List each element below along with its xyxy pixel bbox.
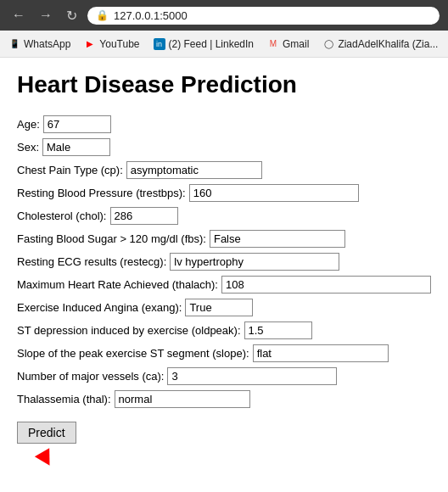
oldpeak-label: ST depression induced by exercise (oldpe… [17, 324, 241, 337]
resting-bp-label: Resting Blood Pressure (trestbps): [17, 187, 186, 199]
predict-button[interactable]: Predict [17, 422, 76, 444]
back-button[interactable]: ← [8, 6, 29, 25]
ecg-input[interactable] [170, 253, 339, 271]
bookmark-linkedin-label: (2) Feed | LinkedIn [169, 38, 255, 50]
cholesterol-label: Cholesterol (chol): [17, 210, 107, 222]
browser-window: ← → ↻ 🔒 127.0.0.1:5000 📱 WhatsApp ▶ YouT… [0, 0, 448, 492]
url-text: 127.0.0.1:5000 [114, 9, 188, 22]
cholesterol-input[interactable] [110, 207, 178, 225]
ecg-label: Resting ECG results (restecg): [17, 255, 166, 268]
address-bar[interactable]: 🔒 127.0.0.1:5000 [87, 7, 440, 25]
thalach-input[interactable] [221, 276, 431, 294]
thalach-label: Maximum Heart Rate Achieved (thalach): [17, 278, 218, 291]
thal-row: Thalassemia (thal): [17, 390, 431, 408]
cholesterol-row: Cholesterol (chol): [17, 207, 431, 225]
oldpeak-input[interactable] [244, 321, 312, 339]
reload-button[interactable]: ↻ [63, 6, 81, 25]
age-label: Age: [17, 118, 40, 131]
chest-pain-label: Chest Pain Type (cp): [17, 164, 123, 176]
exang-label: Exercise Induced Angina (exang): [17, 301, 182, 314]
thal-label: Thalassemia (thal): [17, 393, 111, 405]
sex-input[interactable] [42, 138, 110, 156]
ca-row: Number of major vessels (ca): [17, 367, 431, 385]
youtube-icon: ▶ [84, 38, 96, 50]
bookmark-linkedin[interactable]: in (2) Feed | LinkedIn [154, 38, 255, 50]
exang-input[interactable] [185, 299, 253, 316]
bookmark-gmail-label: Gmail [283, 38, 309, 50]
chest-pain-input[interactable] [126, 161, 262, 179]
thal-input[interactable] [115, 390, 250, 408]
lock-icon: 🔒 [96, 9, 109, 21]
ecg-row: Resting ECG results (restecg): [17, 253, 431, 271]
resting-bp-row: Resting Blood Pressure (trestbps): [17, 184, 431, 202]
bookmark-whatsapp[interactable]: 📱 WhatsApp [8, 38, 70, 50]
chest-pain-row: Chest Pain Type (cp): [17, 161, 431, 179]
ca-input[interactable] [167, 367, 337, 385]
forward-button[interactable]: → [36, 6, 56, 25]
sex-label: Sex: [17, 141, 39, 154]
fbs-label: Fasting Blood Sugar > 120 mg/dl (fbs): [17, 232, 206, 245]
browser-chrome: ← → ↻ 🔒 127.0.0.1:5000 [0, 0, 448, 31]
thalach-row: Maximum Heart Rate Achieved (thalach): [17, 276, 431, 294]
exang-row: Exercise Induced Angina (exang): [17, 299, 431, 316]
slope-input[interactable] [253, 344, 389, 362]
page-title: Heart Disease Prediction [17, 71, 431, 98]
age-row: Age: [17, 115, 431, 133]
fbs-row: Fasting Blood Sugar > 120 mg/dl (fbs): [17, 230, 431, 248]
slope-label: Slope of the peak exercise ST segment (s… [17, 347, 249, 360]
bookmark-youtube-label: YouTube [99, 38, 139, 50]
page-content: Heart Disease Prediction Age: Sex: Chest… [0, 58, 448, 457]
slope-row: Slope of the peak exercise ST segment (s… [17, 344, 431, 362]
resting-bp-input[interactable] [189, 184, 359, 202]
bookmark-whatsapp-label: WhatsApp [24, 38, 70, 50]
bookmark-youtube[interactable]: ▶ YouTube [84, 38, 139, 50]
whatsapp-icon: 📱 [8, 38, 20, 50]
oldpeak-row: ST depression induced by exercise (oldpe… [17, 321, 431, 339]
bookmark-github[interactable]: ◯ ZiadAdelKhalifa (Zia... [322, 38, 438, 50]
github-icon: ◯ [322, 38, 334, 50]
linkedin-icon: in [154, 38, 165, 50]
bookmark-github-label: ZiadAdelKhalifa (Zia... [338, 38, 438, 50]
ca-label: Number of major vessels (ca): [17, 370, 164, 383]
bookmark-gmail[interactable]: M Gmail [267, 38, 309, 50]
bookmarks-bar: 📱 WhatsApp ▶ YouTube in (2) Feed | Linke… [0, 31, 448, 58]
sex-row: Sex: [17, 138, 431, 156]
fbs-input[interactable] [210, 230, 345, 248]
age-input[interactable] [43, 115, 111, 133]
gmail-icon: M [267, 38, 279, 50]
